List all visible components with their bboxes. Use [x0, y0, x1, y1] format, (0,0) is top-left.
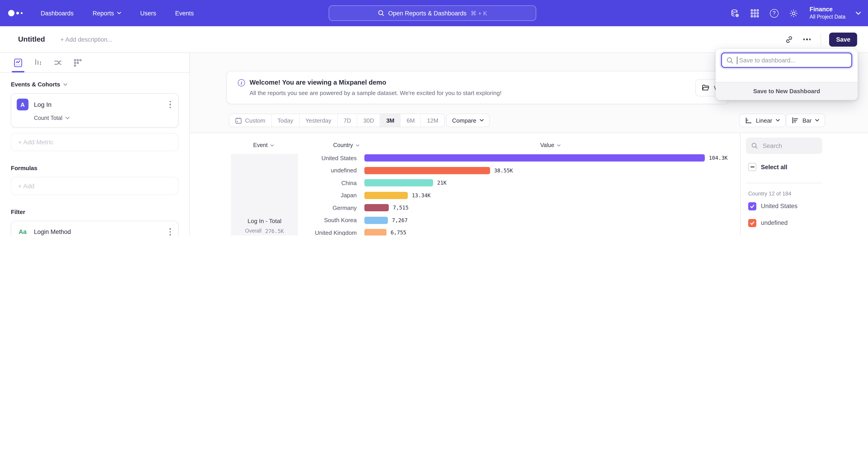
chevron-down-icon	[815, 119, 819, 122]
legend-item-label: undefined	[761, 219, 788, 226]
legend-panel: Select all Country 12 of 184 United Stat…	[740, 133, 868, 235]
bar-segment[interactable]	[364, 179, 433, 186]
global-search-shortcut: ⌘ + K	[471, 10, 487, 17]
bar-value-label: 7,515	[393, 205, 408, 211]
tab-flows[interactable]	[53, 57, 63, 68]
bar-value-label: 38.55K	[494, 167, 513, 174]
legend-search-box[interactable]	[746, 138, 822, 154]
tab-retention[interactable]	[72, 57, 83, 68]
project-switcher[interactable]: Finance All Project Data	[809, 6, 845, 20]
column-header-event[interactable]: Event	[253, 142, 274, 148]
chevron-down-icon	[66, 117, 70, 119]
country-legend-list: United StatesundefinedChinaJapanGermanyS…	[745, 198, 822, 235]
help-icon[interactable]: ?	[770, 9, 778, 18]
apps-grid-icon[interactable]	[750, 8, 759, 18]
column-header-value[interactable]: Value	[540, 142, 561, 148]
dashboard-search-box[interactable]	[721, 53, 852, 68]
chart-type-selector[interactable]: Bar	[786, 114, 825, 127]
legend-item-united-states[interactable]: United States	[745, 198, 822, 214]
aggregation-selector[interactable]: Count Total	[34, 115, 173, 121]
project-scope: All Project Data	[809, 14, 845, 20]
bar-segment[interactable]	[364, 229, 386, 235]
folder-open-icon	[702, 84, 710, 91]
legend-search-input[interactable]	[762, 142, 811, 150]
bar-category-label: China	[190, 179, 364, 186]
save-to-dashboard-popup: Save to New Dashboard	[716, 49, 858, 100]
banner-title: Welcome! You are viewing a Mixpanel demo	[250, 79, 386, 86]
chevron-down-icon	[480, 119, 484, 122]
date-range-yesterday[interactable]: Yesterday	[300, 114, 338, 127]
top-nav: DashboardsReportsUsersEvents Open Report…	[0, 0, 868, 26]
column-header-country[interactable]: Country	[333, 142, 360, 148]
metric-card-log-in[interactable]: A Log In Count Total	[11, 93, 179, 127]
global-search-label: Open Reports & Dashboards	[388, 10, 467, 17]
bar-segment[interactable]	[364, 167, 490, 174]
bar-row-united-kingdom: United Kingdom6,755	[190, 226, 740, 235]
date-range-custom[interactable]: Custom	[229, 114, 272, 127]
date-range-12m[interactable]: 12M	[421, 114, 444, 127]
chevron-down-icon[interactable]	[856, 11, 861, 15]
info-icon: i	[238, 79, 245, 86]
select-all-row[interactable]: Select all	[748, 163, 787, 171]
bar-category-label: South Korea	[190, 217, 364, 224]
chevron-down-icon	[270, 144, 274, 146]
tab-funnels[interactable]	[33, 57, 43, 68]
legend-item-undefined[interactable]: undefined	[745, 214, 822, 231]
bar-segment[interactable]	[364, 204, 389, 211]
builder-sections: Events & Cohorts A Log In Count Total + …	[0, 73, 189, 235]
date-range-6m[interactable]: 6M	[401, 114, 421, 127]
more-options-icon[interactable]	[802, 37, 813, 42]
country-group-label: Country 12 of 184	[748, 190, 792, 197]
dashboard-search-input[interactable]	[738, 56, 838, 64]
save-to-new-dashboard-button[interactable]: Save to New Dashboard	[716, 82, 858, 100]
filter-card-login-method[interactable]: Aa Login Method = Manual Password	[11, 221, 179, 235]
mixpanel-logo-icon[interactable]	[8, 10, 30, 16]
date-range-3m[interactable]: 3M	[380, 114, 401, 127]
bar-value-label: 21K	[437, 180, 447, 186]
events-cohorts-heading[interactable]: Events & Cohorts	[11, 81, 179, 88]
settings-gear-icon[interactable]	[789, 8, 798, 18]
data-management-icon[interactable]	[730, 8, 739, 18]
nav-item-dashboards[interactable]: Dashboards	[41, 10, 74, 17]
legend-checkbox[interactable]	[748, 219, 756, 227]
event-name[interactable]: Log In	[34, 101, 162, 108]
bar-category-label: United Kingdom	[190, 229, 364, 235]
add-metric-button[interactable]: + Add Metric	[11, 133, 179, 151]
nav-right-cluster: ? Finance All Project Data	[730, 0, 861, 26]
bar-value-label: 7,267	[392, 217, 408, 223]
date-range-30d[interactable]: 30D	[358, 114, 380, 127]
nav-item-reports[interactable]: Reports	[93, 10, 121, 17]
banner-subtitle: All the reports you see are powered by a…	[250, 90, 501, 96]
add-formula-button[interactable]: + Add	[11, 177, 179, 195]
filter-heading: Filter	[11, 209, 179, 215]
selected-tab-indicator	[12, 71, 24, 72]
bar-segment[interactable]	[364, 154, 705, 161]
chevron-down-icon	[557, 144, 561, 146]
bar-row-united-states: United States104.3K	[190, 152, 740, 164]
report-title[interactable]: Untitled	[18, 35, 45, 43]
compare-button[interactable]: Compare	[446, 114, 490, 127]
scale-selector[interactable]: Linear	[739, 114, 786, 127]
event-letter-badge: A	[17, 99, 29, 110]
bar-segment[interactable]	[364, 192, 408, 199]
nav-item-users[interactable]: Users	[140, 10, 156, 17]
copy-link-icon[interactable]	[785, 35, 794, 44]
select-all-label: Select all	[761, 164, 787, 170]
filter-property-name[interactable]: Login Method	[34, 229, 162, 235]
add-description-field[interactable]: + Add description...	[60, 36, 112, 43]
legend-item-china[interactable]: China	[745, 231, 822, 235]
kebab-menu-icon[interactable]	[167, 226, 173, 235]
date-range-today[interactable]: Today	[272, 114, 300, 127]
legend-checkbox[interactable]	[748, 202, 756, 210]
nav-item-events[interactable]: Events	[175, 10, 194, 17]
formulas-heading: Formulas	[11, 165, 179, 172]
date-range-7d[interactable]: 7D	[338, 114, 358, 127]
kebab-menu-icon[interactable]	[167, 99, 173, 110]
tab-insights[interactable]	[13, 57, 24, 68]
save-button[interactable]: Save	[829, 32, 857, 47]
calendar-icon	[235, 117, 242, 124]
global-search-button[interactable]: Open Reports & Dashboards ⌘ + K	[329, 5, 536, 21]
bar-segment[interactable]	[364, 216, 388, 224]
mixpanel-insights-report: DashboardsReportsUsersEvents Open Report…	[0, 0, 868, 235]
select-all-checkbox[interactable]	[748, 163, 756, 171]
